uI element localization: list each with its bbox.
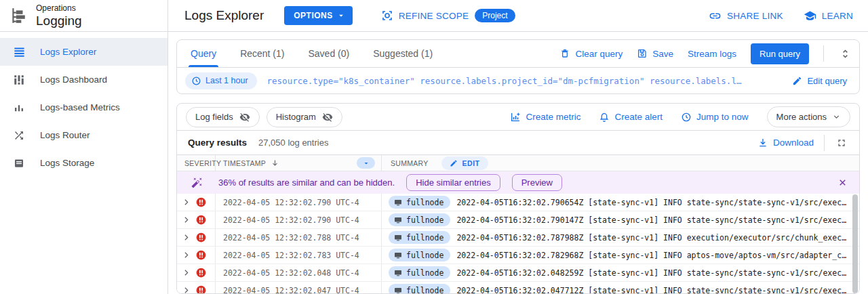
edit-query-button[interactable]: Edit query [792, 76, 851, 86]
error-severity-icon [196, 232, 206, 243]
log-row[interactable]: 2022-04-05 12:32:02.790 UTC-4 fullnode 2… [177, 194, 859, 211]
school-icon [804, 9, 816, 22]
time-range-label: Last 1 hour [205, 76, 248, 85]
sidebar-item-logs-explorer[interactable]: Logs Explorer [0, 38, 167, 66]
scope-icon [381, 9, 393, 22]
tab-suggested[interactable]: Suggested (1) [371, 40, 435, 67]
create-metric-button[interactable]: Create metric [510, 112, 580, 123]
clear-query-button[interactable]: Clear query [559, 48, 623, 59]
log-row[interactable]: 2022-04-05 12:32:02.047 UTC-4 fullnode 2… [177, 282, 859, 293]
resource-badge-label: fullnode [406, 215, 443, 225]
options-button[interactable]: OPTIONS [284, 6, 353, 25]
clock-icon [191, 76, 201, 86]
resource-badge[interactable]: fullnode [389, 196, 450, 209]
preview-button[interactable]: Preview [512, 174, 562, 191]
sidebar-item-logs-storage[interactable]: Logs Storage [0, 149, 167, 177]
time-range-picker[interactable]: Last 1 hour [185, 72, 257, 89]
expand-chevron-icon[interactable] [182, 233, 191, 242]
banner-close-button[interactable] [837, 177, 848, 188]
options-button-label: OPTIONS [294, 11, 333, 20]
resource-badge[interactable]: fullnode [389, 213, 450, 226]
resource-badge-label: fullnode [406, 233, 443, 243]
log-row[interactable]: 2022-04-05 12:32:02.788 UTC-4 fullnode 2… [177, 229, 859, 247]
tab-label: Query [191, 48, 216, 59]
log-row-timestamp: 2022-04-05 12:32:02.790 UTC-4 [216, 211, 382, 228]
resource-badge[interactable]: fullnode [389, 249, 450, 261]
run-query-button[interactable]: Run query [751, 43, 809, 64]
log-row-timestamp: 2022-04-05 12:32:02.048 UTC-4 [216, 264, 382, 281]
resource-badge[interactable]: fullnode [389, 266, 450, 279]
more-actions-button[interactable]: More actions [767, 106, 850, 127]
query-text[interactable]: resource.type="k8s_container" resource.l… [267, 76, 783, 86]
log-row[interactable]: 2022-04-05 12:32:02.783 UTC-4 fullnode 2… [177, 247, 859, 264]
hide-similar-entries-button[interactable]: Hide similar entries [406, 174, 500, 191]
create-alert-button[interactable]: Create alert [599, 112, 663, 123]
vertical-scrollbar[interactable] [852, 194, 858, 293]
scope-project-badge[interactable]: Project [475, 9, 515, 22]
log-row-summary: 2022-04-05T16:32:02.048259Z [state-sync-… [456, 268, 848, 278]
log-row-severity-cell [177, 229, 216, 246]
timestamp-options-dropdown[interactable] [357, 157, 375, 169]
jump-to-now-label: Jump to now [696, 112, 749, 122]
clear-query-label: Clear query [575, 49, 623, 59]
unfold-icon [840, 48, 851, 60]
histogram-toggle[interactable]: Histogram [267, 107, 342, 127]
fullscreen-icon [836, 138, 847, 148]
sidebar-item-label: Logs Storage [40, 158, 94, 168]
query-panel: Query Recent (1) Saved (0) Suggested (1)… [176, 39, 860, 94]
refine-scope-button[interactable]: REFINE SCOPE [381, 9, 469, 22]
sidebar: Operations Logging Logs Explorer Logs Da… [0, 0, 168, 294]
error-severity-icon [196, 197, 206, 207]
page-title: Logs Explorer [184, 8, 264, 23]
expand-chevron-icon[interactable] [182, 198, 191, 207]
metric-plus-icon [510, 112, 521, 123]
edit-summary-button[interactable]: EDIT [441, 156, 488, 170]
download-button[interactable]: Download [757, 138, 814, 148]
resource-badge[interactable]: fullnode [389, 231, 450, 244]
learn-button[interactable]: LEARN [804, 9, 853, 22]
jump-to-now-button[interactable]: Jump to now [681, 112, 749, 123]
save-button[interactable]: Save [637, 48, 673, 59]
expand-chevron-icon[interactable] [182, 251, 191, 259]
tab-recent[interactable]: Recent (1) [238, 40, 286, 67]
histogram-label: Histogram [276, 112, 316, 122]
logs-explorer-icon [12, 45, 26, 59]
magic-wand-icon [191, 177, 203, 188]
more-actions-label: More actions [776, 112, 827, 122]
link-icon [709, 9, 722, 22]
refine-scope-group: REFINE SCOPE Project [381, 9, 515, 22]
tab-query[interactable]: Query [189, 40, 218, 67]
collapse-panel-button[interactable] [838, 47, 852, 61]
log-row-severity-cell [177, 282, 216, 293]
sidebar-item-logs-based-metrics[interactable]: Logs-based Metrics [0, 93, 167, 121]
sort-descending-icon[interactable] [271, 159, 279, 167]
close-icon [837, 177, 848, 188]
monitor-icon [394, 234, 402, 242]
log-fields-toggle[interactable]: Log fields [186, 107, 260, 127]
stream-logs-button[interactable]: Stream logs [688, 49, 736, 59]
banner-message: 36% of results are similar and can be hi… [218, 177, 395, 188]
log-row-summary: 2022-04-05T16:32:02.790654Z [state-sync-… [456, 198, 848, 207]
tab-saved[interactable]: Saved (0) [306, 40, 351, 67]
sidebar-item-logs-dashboard[interactable]: Logs Dashboard [0, 66, 167, 93]
product-header: Operations Logging [0, 0, 167, 32]
log-row[interactable]: 2022-04-05 12:32:02.790 UTC-4 fullnode 2… [177, 211, 859, 229]
column-timestamp: TIMESTAMP [216, 155, 382, 171]
log-row-summary: 2022-04-05T16:32:02.787988Z [state-sync-… [456, 233, 848, 243]
expand-chevron-icon[interactable] [182, 215, 191, 224]
bell-icon [599, 112, 610, 123]
product-name-block: Operations Logging [36, 3, 82, 28]
results-panel: Log fields Histogram Create metric [176, 103, 860, 294]
error-severity-icon [196, 285, 206, 293]
log-row[interactable]: 2022-04-05 12:32:02.048 UTC-4 fullnode 2… [177, 264, 859, 282]
expand-chevron-icon[interactable] [182, 286, 191, 293]
learn-label: LEARN [822, 11, 853, 21]
query-bar: Last 1 hour resource.type="k8s_container… [177, 68, 859, 93]
log-row-summary-cell: fullnode 2022-04-05T16:32:02.047712Z [st… [382, 282, 859, 293]
share-link-button[interactable]: SHARE LINK [709, 9, 783, 22]
resource-badge[interactable]: fullnode [389, 284, 450, 293]
expand-chevron-icon[interactable] [182, 268, 191, 277]
sidebar-item-logs-router[interactable]: Logs Router [0, 121, 167, 149]
log-row-summary: 2022-04-05T16:32:02.782968Z [state-sync-… [456, 251, 848, 260]
fullscreen-button[interactable] [835, 136, 848, 150]
